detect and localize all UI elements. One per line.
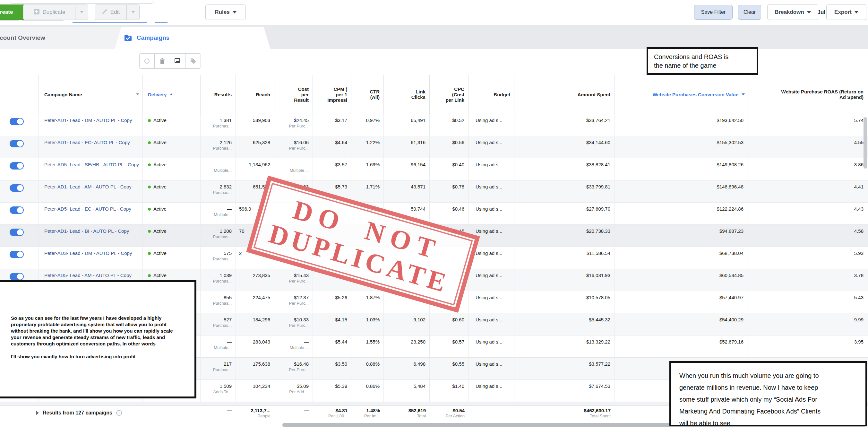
- footer-reach: 2,113,7...People: [236, 405, 274, 424]
- cell-ctr: 1.71%: [351, 180, 384, 203]
- edit-dropdown-button[interactable]: [127, 4, 140, 20]
- toggle-knob: [17, 251, 23, 257]
- cell-wp_value: $94,887.23: [615, 225, 749, 247]
- column-header-cpc[interactable]: CPC (Cost per Link: [430, 75, 468, 114]
- cell-wp_value: $54,400.29: [615, 313, 749, 336]
- column-header-results[interactable]: Results: [200, 75, 236, 114]
- export-button[interactable]: Export: [826, 4, 866, 20]
- cell-del: Active: [143, 180, 200, 203]
- annotation-bottom-right-text: When you run this much volume you are go…: [679, 370, 864, 427]
- rules-button[interactable]: Rules: [205, 4, 246, 20]
- column-header-link-clicks[interactable]: Link Clicks: [384, 75, 430, 114]
- cell-results: 575Purchas...: [200, 247, 236, 269]
- cell-cpm: $4.15: [313, 313, 351, 336]
- clear-button[interactable]: Clear: [738, 5, 761, 20]
- cell-results: 1,208Purchas...: [200, 225, 236, 247]
- cell-ctr: 1.87%: [351, 291, 384, 313]
- campaigns-folder-check-icon: [124, 34, 132, 42]
- column-header-roas[interactable]: Website Purchase ROAS (Return on Ad Spen…: [749, 75, 868, 114]
- edit-button-label: Edit: [111, 9, 120, 16]
- cell-wp_value: $52,679.16: [615, 336, 749, 358]
- cell-cpr: $12.37Per Purc...: [274, 291, 313, 313]
- column-header-reach[interactable]: Reach: [236, 75, 274, 114]
- campaign-name-link[interactable]: Peter-AD1- Lead - DM - AUTO PL - Copy: [38, 114, 143, 136]
- cell-results: 1,381Purchas...: [200, 114, 236, 136]
- search-field-underline[interactable]: [72, 22, 147, 23]
- cell-cpc: $0.40: [430, 158, 468, 180]
- campaign-name-link[interactable]: Peter-AD1- Lead - EC- AUTO PL - Copy: [38, 136, 143, 158]
- cell-cpc: $0.57: [430, 336, 468, 358]
- active-status-dot: [148, 230, 151, 233]
- cell-results: 1,509Adds To...: [200, 380, 236, 402]
- reorder-arrow-box-icon[interactable]: [170, 53, 185, 69]
- campaign-toggle[interactable]: [10, 118, 24, 125]
- cell-link_clicks: 43,571: [384, 180, 430, 203]
- save-filter-button[interactable]: Save Filter: [694, 5, 733, 20]
- campaign-toggle[interactable]: [10, 184, 24, 192]
- annotation-box-left: So as you can see for the last few years…: [0, 280, 196, 398]
- tab-campaigns[interactable]: Campaigns: [115, 27, 270, 49]
- column-header-amount-spent[interactable]: Amount Spent: [515, 75, 615, 114]
- cell-cpm: $3.50: [313, 358, 351, 380]
- breakdown-button[interactable]: Breakdown: [767, 4, 818, 20]
- sort-down-icon: [742, 93, 745, 95]
- column-header-budget[interactable]: Budget: [468, 75, 515, 114]
- campaign-toggle[interactable]: [10, 251, 24, 258]
- cell-roas: 5.43: [749, 291, 868, 313]
- column-header-ctr[interactable]: CTR (All): [351, 75, 384, 114]
- trash-icon[interactable]: [155, 53, 170, 69]
- cell-reach: 539,903: [236, 114, 274, 136]
- cell-cpr: $16.48Per Purc...: [274, 358, 313, 380]
- duplicate-dropdown-button[interactable]: [75, 4, 88, 20]
- cell-del: Active: [143, 247, 200, 269]
- campaign-name-link[interactable]: Peter-AD5- Lead - EC - AUTO PL - Copy: [38, 203, 143, 225]
- campaign-name-link[interactable]: Peter-AD1- Lead - AM - AUTO PL - Copy: [38, 180, 143, 203]
- cell-reach: 273,835: [236, 269, 274, 291]
- column-header-wp-conversion-value[interactable]: Website Purchases Conversion Value: [615, 75, 749, 114]
- cell-cpm: $4.64: [313, 136, 351, 158]
- cell-cpr: $16.06Per Purc...: [274, 136, 313, 158]
- header-select-column: [0, 75, 38, 114]
- cell-reach: 104,234: [236, 380, 274, 402]
- cell-cpr: —Multiple ...: [274, 336, 313, 358]
- tab-campaigns-label: Campaigns: [137, 34, 169, 41]
- campaign-name-link[interactable]: Peter-AD1- Lead - BI - AUTO PL - Copy: [38, 225, 143, 247]
- cell-cpm: $5.39: [313, 380, 351, 402]
- tag-icon[interactable]: [185, 53, 201, 69]
- cell-cpr: $15.43Per Purc...: [274, 269, 313, 291]
- cell-cpr: $5.09Per Add ...: [274, 380, 313, 402]
- cell-link_clicks: 23,250: [384, 336, 430, 358]
- search-pill-partial: [10, 0, 154, 3]
- footer-cpm: $4.81Per 1,00...: [313, 405, 351, 424]
- cell-cpc: $0.78: [430, 180, 468, 203]
- footer-amount-spent: $462,630.17Total Spent: [515, 405, 615, 424]
- cell-reach: 625,328: [236, 136, 274, 158]
- column-header-cost-per-result[interactable]: Cost per Result: [274, 75, 313, 114]
- info-icon[interactable]: i: [116, 410, 122, 416]
- cell-spent: $7,674.53: [515, 380, 615, 402]
- search-field-underline-2[interactable]: [155, 22, 167, 23]
- column-header-campaign-name[interactable]: Campaign Name: [38, 75, 143, 114]
- campaign-toggle[interactable]: [10, 273, 24, 280]
- cell-results: 527Purchas...: [200, 313, 236, 336]
- campaign-toggle[interactable]: [10, 207, 24, 214]
- campaign-name-link[interactable]: Peter-AD3- Lead - DM - AUTO PL - Copy: [38, 247, 143, 269]
- cell-spent: $13,329.22: [515, 336, 615, 358]
- column-header-cpm[interactable]: CPM ( per 1 Impressi: [313, 75, 351, 114]
- campaign-toggle[interactable]: [10, 228, 24, 236]
- campaign-toggle[interactable]: [10, 140, 24, 147]
- refresh-icon[interactable]: [139, 53, 155, 69]
- roas-header-label: Website Purchase ROAS (Return on Ad Spen…: [781, 89, 864, 100]
- duplicate-button[interactable]: Duplicate: [23, 4, 75, 20]
- column-header-delivery[interactable]: Delivery: [143, 75, 200, 114]
- edit-button[interactable]: Edit: [95, 4, 127, 20]
- cell-link_clicks: 6,498: [384, 358, 430, 380]
- campaign-toggle[interactable]: [10, 162, 24, 170]
- vertical-scrollbar[interactable]: [864, 117, 867, 169]
- cell-link_clicks: 96,154: [384, 158, 430, 180]
- tab-account-overview[interactable]: Account Overview: [0, 27, 131, 49]
- cell-cpr: $24.45Per Purc...: [274, 114, 313, 136]
- results-expander-label: Results from 127 campaigns: [43, 410, 112, 416]
- campaign-name-link[interactable]: Peter-AD5- Lead - SE/HB - AUTO PL - Copy: [38, 158, 143, 180]
- cell-wp_value: $193,642.50: [615, 114, 749, 136]
